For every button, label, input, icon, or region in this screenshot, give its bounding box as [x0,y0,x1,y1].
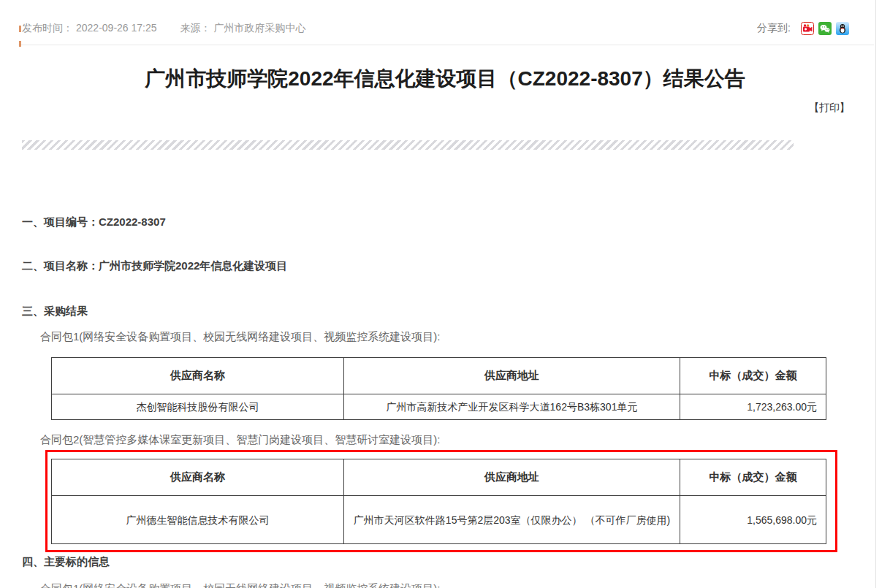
wechat-icon[interactable] [818,22,832,35]
source-value: 广州市政府采购中心 [214,22,306,34]
highlight-red-box: 供应商名称 供应商地址 中标（成交）金额 广州德生智能信息技术有限公司 广州市天… [45,450,837,552]
section-heading-procurement-result: 三、采购结果 [22,304,890,318]
truncated-bottom-line: 合同包1(网络安全设备购置项目、校园无线网络建设项目、视频监控系统建设项目): [40,581,890,588]
source-label: 来源： [180,22,211,34]
column-header-supplier-address: 供应商地址 [344,358,680,394]
column-header-award-amount: 中标（成交）金额 [680,459,826,496]
page-title: 广州市技师学院2022年信息化建设项目（CZ2022-8307）结果公告 [51,66,839,91]
meta-divider [18,45,874,45]
package2-result-table: 供应商名称 供应商地址 中标（成交）金额 广州德生智能信息技术有限公司 广州市天… [51,459,826,544]
share-label: 分享到: [757,22,791,35]
table-row: 杰创智能科技股份有限公司 广州市高新技术产业开发区科学大道162号B3栋301单… [52,394,826,420]
left-edge-artifact [19,26,21,32]
column-header-supplier-name: 供应商名称 [52,358,344,394]
award-amount-cell: 1,723,263.00元 [680,394,826,420]
left-edge-artifact [19,41,21,47]
section-heading-project-number: 一、项目编号：CZ2022-8307 [22,215,890,229]
print-button[interactable]: 【打印】 [809,102,850,113]
column-header-supplier-address: 供应商地址 [344,459,680,496]
package1-result-table: 供应商名称 供应商地址 中标（成交）金额 杰创智能科技股份有限公司 广州市高新技… [51,357,826,420]
table-header-row: 供应商名称 供应商地址 中标（成交）金额 [52,358,826,394]
qq-icon[interactable] [836,22,849,35]
column-header-supplier-name: 供应商名称 [52,459,344,496]
weibo-icon[interactable] [801,22,814,35]
supplier-address-cell: 广州市天河区软件路15号第2层203室（仅限办公） （不可作厂房使用) [344,496,680,544]
hatched-divider [22,140,794,150]
supplier-name-cell: 杰创智能科技股份有限公司 [52,394,344,420]
publish-time-value: 2022-09-26 17:25 [76,22,157,34]
package1-caption: 合同包1(网络安全设备购置项目、校园无线网络建设项目、视频监控系统建设项目): [40,329,890,344]
meta-bar: 发布时间：2022-09-26 17:25来源：广州市政府采购中心 分享到: [0,0,890,45]
print-row: 【打印】 [0,102,890,116]
table-header-row: 供应商名称 供应商地址 中标（成交）金额 [52,459,826,496]
section-heading-main-subject-info: 四、主要标的信息 [22,554,890,569]
column-header-award-amount: 中标（成交）金额 [680,358,826,394]
page-right-border [875,0,876,588]
publish-info: 发布时间：2022-09-26 17:25来源：广州市政府采购中心 [22,22,309,35]
package2-caption: 合同包2(智慧管控多媒体课室更新项目、智慧门岗建设项目、智慧研讨室建设项目): [40,432,890,447]
share-bar: 分享到: [757,22,849,35]
table-row: 广州德生智能信息技术有限公司 广州市天河区软件路15号第2层203室（仅限办公）… [52,496,826,544]
supplier-name-cell: 广州德生智能信息技术有限公司 [52,496,344,544]
award-amount-cell: 1,565,698.00元 [680,496,826,544]
supplier-address-cell: 广州市高新技术产业开发区科学大道162号B3栋301单元 [344,394,680,420]
publish-time-label: 发布时间： [22,22,73,34]
section-heading-project-name: 二、项目名称：广州市技师学院2022年信息化建设项目 [22,259,890,273]
